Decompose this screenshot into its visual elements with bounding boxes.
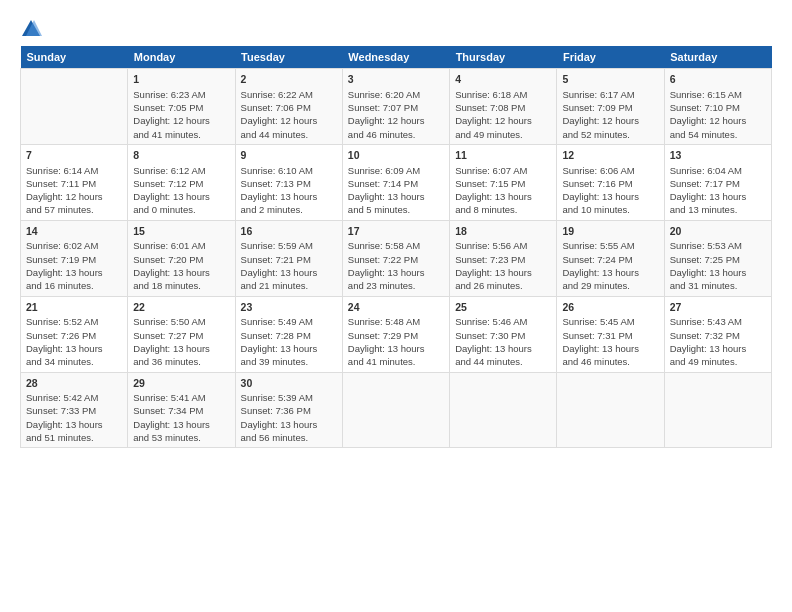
calendar-cell: 12Sunrise: 6:06 AM Sunset: 7:16 PM Dayli… bbox=[557, 144, 664, 220]
day-content: Sunrise: 5:41 AM Sunset: 7:34 PM Dayligh… bbox=[133, 391, 229, 444]
day-number: 19 bbox=[562, 224, 658, 239]
calendar-cell: 13Sunrise: 6:04 AM Sunset: 7:17 PM Dayli… bbox=[664, 144, 771, 220]
day-number: 7 bbox=[26, 148, 122, 163]
calendar-cell: 16Sunrise: 5:59 AM Sunset: 7:21 PM Dayli… bbox=[235, 220, 342, 296]
day-content: Sunrise: 6:12 AM Sunset: 7:12 PM Dayligh… bbox=[133, 164, 229, 217]
day-number: 23 bbox=[241, 300, 337, 315]
calendar-cell: 6Sunrise: 6:15 AM Sunset: 7:10 PM Daylig… bbox=[664, 69, 771, 145]
column-header-thursday: Thursday bbox=[450, 46, 557, 69]
week-row-5: 28Sunrise: 5:42 AM Sunset: 7:33 PM Dayli… bbox=[21, 372, 772, 448]
day-content: Sunrise: 5:56 AM Sunset: 7:23 PM Dayligh… bbox=[455, 239, 551, 292]
day-number: 24 bbox=[348, 300, 444, 315]
calendar-cell bbox=[21, 69, 128, 145]
calendar-cell: 7Sunrise: 6:14 AM Sunset: 7:11 PM Daylig… bbox=[21, 144, 128, 220]
day-number: 21 bbox=[26, 300, 122, 315]
calendar-cell: 23Sunrise: 5:49 AM Sunset: 7:28 PM Dayli… bbox=[235, 296, 342, 372]
day-content: Sunrise: 5:48 AM Sunset: 7:29 PM Dayligh… bbox=[348, 315, 444, 368]
week-row-4: 21Sunrise: 5:52 AM Sunset: 7:26 PM Dayli… bbox=[21, 296, 772, 372]
day-content: Sunrise: 6:20 AM Sunset: 7:07 PM Dayligh… bbox=[348, 88, 444, 141]
day-number: 26 bbox=[562, 300, 658, 315]
week-row-2: 7Sunrise: 6:14 AM Sunset: 7:11 PM Daylig… bbox=[21, 144, 772, 220]
calendar-header: SundayMondayTuesdayWednesdayThursdayFrid… bbox=[21, 46, 772, 69]
day-content: Sunrise: 5:53 AM Sunset: 7:25 PM Dayligh… bbox=[670, 239, 766, 292]
day-content: Sunrise: 6:15 AM Sunset: 7:10 PM Dayligh… bbox=[670, 88, 766, 141]
day-number: 28 bbox=[26, 376, 122, 391]
day-number: 18 bbox=[455, 224, 551, 239]
day-number: 5 bbox=[562, 72, 658, 87]
day-content: Sunrise: 6:07 AM Sunset: 7:15 PM Dayligh… bbox=[455, 164, 551, 217]
column-header-tuesday: Tuesday bbox=[235, 46, 342, 69]
calendar-cell: 1Sunrise: 6:23 AM Sunset: 7:05 PM Daylig… bbox=[128, 69, 235, 145]
calendar-cell: 30Sunrise: 5:39 AM Sunset: 7:36 PM Dayli… bbox=[235, 372, 342, 448]
day-number: 8 bbox=[133, 148, 229, 163]
column-header-sunday: Sunday bbox=[21, 46, 128, 69]
day-number: 12 bbox=[562, 148, 658, 163]
header bbox=[20, 18, 772, 40]
calendar-cell: 29Sunrise: 5:41 AM Sunset: 7:34 PM Dayli… bbox=[128, 372, 235, 448]
calendar-cell: 27Sunrise: 5:43 AM Sunset: 7:32 PM Dayli… bbox=[664, 296, 771, 372]
calendar-cell: 11Sunrise: 6:07 AM Sunset: 7:15 PM Dayli… bbox=[450, 144, 557, 220]
day-number: 6 bbox=[670, 72, 766, 87]
day-content: Sunrise: 6:22 AM Sunset: 7:06 PM Dayligh… bbox=[241, 88, 337, 141]
column-header-saturday: Saturday bbox=[664, 46, 771, 69]
calendar-cell: 26Sunrise: 5:45 AM Sunset: 7:31 PM Dayli… bbox=[557, 296, 664, 372]
day-number: 17 bbox=[348, 224, 444, 239]
week-row-1: 1Sunrise: 6:23 AM Sunset: 7:05 PM Daylig… bbox=[21, 69, 772, 145]
day-number: 11 bbox=[455, 148, 551, 163]
calendar-cell: 20Sunrise: 5:53 AM Sunset: 7:25 PM Dayli… bbox=[664, 220, 771, 296]
day-content: Sunrise: 6:23 AM Sunset: 7:05 PM Dayligh… bbox=[133, 88, 229, 141]
day-content: Sunrise: 6:17 AM Sunset: 7:09 PM Dayligh… bbox=[562, 88, 658, 141]
day-number: 25 bbox=[455, 300, 551, 315]
day-content: Sunrise: 5:50 AM Sunset: 7:27 PM Dayligh… bbox=[133, 315, 229, 368]
day-number: 22 bbox=[133, 300, 229, 315]
week-row-3: 14Sunrise: 6:02 AM Sunset: 7:19 PM Dayli… bbox=[21, 220, 772, 296]
calendar-cell bbox=[342, 372, 449, 448]
calendar-cell: 18Sunrise: 5:56 AM Sunset: 7:23 PM Dayli… bbox=[450, 220, 557, 296]
calendar-table: SundayMondayTuesdayWednesdayThursdayFrid… bbox=[20, 46, 772, 448]
day-content: Sunrise: 5:52 AM Sunset: 7:26 PM Dayligh… bbox=[26, 315, 122, 368]
calendar-cell: 25Sunrise: 5:46 AM Sunset: 7:30 PM Dayli… bbox=[450, 296, 557, 372]
day-content: Sunrise: 6:09 AM Sunset: 7:14 PM Dayligh… bbox=[348, 164, 444, 217]
day-number: 15 bbox=[133, 224, 229, 239]
day-content: Sunrise: 6:04 AM Sunset: 7:17 PM Dayligh… bbox=[670, 164, 766, 217]
day-number: 10 bbox=[348, 148, 444, 163]
calendar-cell: 22Sunrise: 5:50 AM Sunset: 7:27 PM Dayli… bbox=[128, 296, 235, 372]
logo bbox=[20, 18, 46, 40]
calendar-cell bbox=[664, 372, 771, 448]
logo-icon bbox=[20, 18, 42, 40]
column-header-monday: Monday bbox=[128, 46, 235, 69]
day-number: 9 bbox=[241, 148, 337, 163]
column-header-friday: Friday bbox=[557, 46, 664, 69]
day-number: 16 bbox=[241, 224, 337, 239]
day-content: Sunrise: 6:18 AM Sunset: 7:08 PM Dayligh… bbox=[455, 88, 551, 141]
calendar-cell: 28Sunrise: 5:42 AM Sunset: 7:33 PM Dayli… bbox=[21, 372, 128, 448]
calendar-cell: 2Sunrise: 6:22 AM Sunset: 7:06 PM Daylig… bbox=[235, 69, 342, 145]
day-content: Sunrise: 6:06 AM Sunset: 7:16 PM Dayligh… bbox=[562, 164, 658, 217]
day-number: 2 bbox=[241, 72, 337, 87]
day-content: Sunrise: 5:42 AM Sunset: 7:33 PM Dayligh… bbox=[26, 391, 122, 444]
day-number: 14 bbox=[26, 224, 122, 239]
calendar-cell: 24Sunrise: 5:48 AM Sunset: 7:29 PM Dayli… bbox=[342, 296, 449, 372]
day-number: 29 bbox=[133, 376, 229, 391]
calendar-cell: 19Sunrise: 5:55 AM Sunset: 7:24 PM Dayli… bbox=[557, 220, 664, 296]
calendar-cell: 17Sunrise: 5:58 AM Sunset: 7:22 PM Dayli… bbox=[342, 220, 449, 296]
day-content: Sunrise: 5:58 AM Sunset: 7:22 PM Dayligh… bbox=[348, 239, 444, 292]
day-number: 27 bbox=[670, 300, 766, 315]
column-header-wednesday: Wednesday bbox=[342, 46, 449, 69]
calendar-cell: 8Sunrise: 6:12 AM Sunset: 7:12 PM Daylig… bbox=[128, 144, 235, 220]
day-number: 1 bbox=[133, 72, 229, 87]
calendar-cell: 15Sunrise: 6:01 AM Sunset: 7:20 PM Dayli… bbox=[128, 220, 235, 296]
day-content: Sunrise: 6:14 AM Sunset: 7:11 PM Dayligh… bbox=[26, 164, 122, 217]
day-number: 4 bbox=[455, 72, 551, 87]
day-content: Sunrise: 5:49 AM Sunset: 7:28 PM Dayligh… bbox=[241, 315, 337, 368]
calendar-cell bbox=[557, 372, 664, 448]
day-content: Sunrise: 5:45 AM Sunset: 7:31 PM Dayligh… bbox=[562, 315, 658, 368]
day-number: 30 bbox=[241, 376, 337, 391]
day-content: Sunrise: 5:43 AM Sunset: 7:32 PM Dayligh… bbox=[670, 315, 766, 368]
calendar-cell bbox=[450, 372, 557, 448]
day-content: Sunrise: 5:39 AM Sunset: 7:36 PM Dayligh… bbox=[241, 391, 337, 444]
day-number: 13 bbox=[670, 148, 766, 163]
calendar-cell: 21Sunrise: 5:52 AM Sunset: 7:26 PM Dayli… bbox=[21, 296, 128, 372]
page-container: SundayMondayTuesdayWednesdayThursdayFrid… bbox=[0, 0, 792, 458]
day-number: 3 bbox=[348, 72, 444, 87]
